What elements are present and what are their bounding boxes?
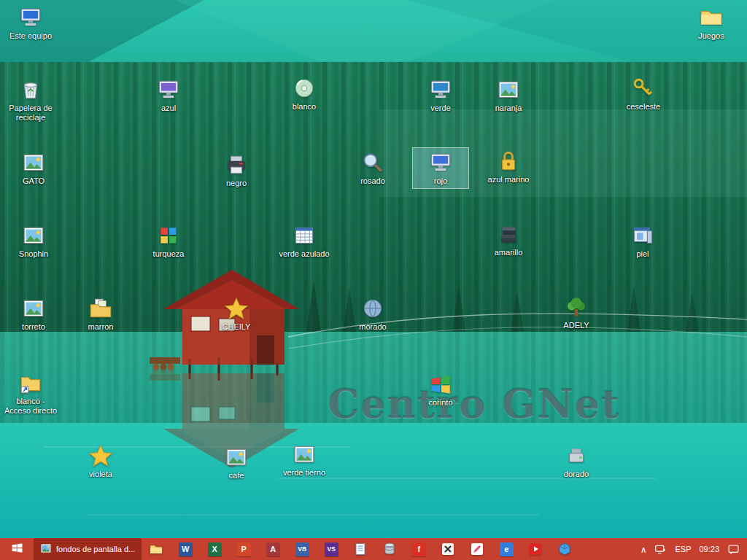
- desktop-icon-piel[interactable]: piel: [615, 221, 670, 261]
- desktop-icon-label: blanco: [276, 102, 332, 112]
- word-icon: W: [179, 542, 193, 556]
- desktop-icon-juegos[interactable]: Juegos: [684, 3, 739, 43]
- visual-studio-taskbar-button[interactable]: VS: [317, 538, 346, 560]
- desktop-icon-label: Snophin: [6, 249, 61, 259]
- picture-icon: [224, 445, 249, 470]
- language-indicator[interactable]: ESP: [675, 545, 691, 553]
- windows-colors-icon: [428, 372, 453, 397]
- show-hidden-icons-button[interactable]: ∧: [640, 545, 647, 554]
- desktop-icon-blanco-acceso-directo[interactable]: blanco - Acceso directo: [3, 368, 58, 418]
- system-tray: ∧ ESP 09:23: [633, 538, 747, 560]
- visual-basic-icon: VB: [295, 542, 309, 556]
- desktop-icon-label: morado: [345, 322, 400, 332]
- desktop: Centro GNet Este equipoJuegosPapelera de…: [0, 0, 747, 560]
- desktop-icon-label: rojo: [413, 176, 468, 186]
- folder-shortcut-icon: [18, 370, 43, 395]
- star-icon: [224, 296, 249, 321]
- desktop-icon-violeta[interactable]: violeta: [73, 441, 128, 481]
- x-tool-taskbar-button[interactable]: [433, 538, 462, 560]
- word-taskbar-button[interactable]: W: [171, 538, 200, 560]
- window-icon: [630, 223, 655, 248]
- file-explorer-taskbar-button[interactable]: [142, 538, 171, 560]
- notification-icon[interactable]: [727, 543, 740, 556]
- picture-icon: [496, 77, 521, 102]
- desktop-icon-label: turqueza: [141, 249, 196, 259]
- desktop-icon-verde[interactable]: verde: [413, 75, 468, 115]
- disc-icon: [292, 76, 317, 101]
- display-tray-icon[interactable]: [654, 543, 667, 556]
- desktop-icon-label: negro: [209, 179, 264, 188]
- active-task-label: fondos de pantalla d...: [56, 545, 135, 553]
- desktop-icon-label: azul marino: [481, 175, 536, 184]
- desktop-icon-azul-marino[interactable]: azul marino: [481, 147, 536, 187]
- sql-database-taskbar-button[interactable]: [375, 538, 404, 560]
- excel-taskbar-button[interactable]: X: [200, 538, 229, 560]
- start-button[interactable]: [0, 538, 34, 560]
- desktop-icon-snophin[interactable]: Snophin: [6, 221, 61, 261]
- desktop-icon-torreto[interactable]: torreto: [6, 294, 61, 334]
- star-icon: [88, 443, 113, 468]
- desktop-icon-rosado[interactable]: rosado: [345, 148, 400, 188]
- access-icon: A: [266, 542, 280, 556]
- desktop-icon-label: cafe: [209, 471, 264, 481]
- windows-logo-icon: [11, 542, 23, 557]
- desktop-icon-label: blanco - Acceso directo: [3, 397, 58, 416]
- active-task-button[interactable]: fondos de pantalla d...: [34, 538, 142, 560]
- desktop-icon-corinto[interactable]: corinto: [413, 370, 468, 410]
- desktop-icon-amarillo[interactable]: amarillo: [481, 219, 536, 260]
- desktop-icon-dorado[interactable]: dorado: [549, 441, 604, 481]
- visual-basic-taskbar-button[interactable]: VB: [287, 538, 317, 560]
- desktop-icon-label: marron: [73, 322, 128, 332]
- clock[interactable]: 09:23: [699, 545, 719, 553]
- desktop-icon-rojo[interactable]: rojo: [413, 148, 468, 188]
- desktop-icon-label: piel: [615, 249, 670, 259]
- tree-icon: [564, 295, 589, 319]
- desktop-icon-morado[interactable]: morado: [345, 294, 400, 334]
- desktop-icon-papelera-de-reciclaje[interactable]: Papelera de reciclaje: [3, 75, 58, 125]
- desktop-icon-label: corinto: [413, 398, 468, 408]
- f-app-icon: f: [412, 542, 426, 556]
- desktop-icon-verde-azulado[interactable]: verde azulado: [276, 221, 332, 261]
- books-icon: [496, 222, 521, 246]
- video-app-taskbar-button[interactable]: [521, 538, 550, 560]
- monitor-icon: [428, 77, 453, 102]
- powerpoint-icon: P: [237, 542, 251, 556]
- f-app-taskbar-button[interactable]: f: [404, 538, 433, 560]
- desktop-icon-adely[interactable]: ADELY: [549, 292, 604, 332]
- desktop-icon-negro[interactable]: negro: [209, 150, 264, 190]
- desktop-icon-ceseleste[interactable]: ceseleste: [616, 74, 671, 114]
- picture-icon: [292, 442, 317, 467]
- pen-tool-taskbar-button[interactable]: [462, 538, 492, 560]
- desktop-icon-marron[interactable]: marron: [73, 294, 128, 334]
- desktop-icon-label: CHEILY: [209, 322, 264, 332]
- desktop-icon-turqueza[interactable]: turqueza: [141, 221, 196, 261]
- desktop-icon-blanco[interactable]: blanco: [276, 74, 332, 114]
- desktop-icon-cafe[interactable]: cafe: [209, 443, 264, 483]
- picture-icon: [21, 150, 46, 175]
- desktop-icon-cheily[interactable]: CHEILY: [209, 294, 264, 334]
- powerpoint-taskbar-button[interactable]: P: [229, 538, 258, 560]
- desktop-icon-naranja[interactable]: naranja: [481, 75, 536, 115]
- monitor-icon: [428, 150, 453, 175]
- desktop-icon-label: Juegos: [684, 31, 739, 41]
- desktop-icon-label: ADELY: [549, 321, 604, 330]
- internet-explorer-taskbar-button[interactable]: e: [492, 538, 521, 560]
- desktop-icon-verde-tierno[interactable]: verde tierno: [276, 440, 332, 480]
- picture-icon: [21, 223, 46, 248]
- play-icon: [528, 542, 543, 556]
- desktop-icon-label: verde azulado: [276, 249, 332, 259]
- notes-app-taskbar-button[interactable]: [346, 538, 375, 560]
- desktop-icon-azul[interactable]: azul: [141, 75, 196, 115]
- desktop-icons-layer: Este equipoJuegosPapelera de reciclajeaz…: [0, 0, 747, 538]
- 3d-builder-taskbar-button[interactable]: [550, 538, 579, 560]
- access-taskbar-button[interactable]: A: [258, 538, 287, 560]
- globe-icon: [360, 296, 385, 321]
- picture-icon: [40, 542, 52, 556]
- monitor-icon: [156, 77, 181, 102]
- picture-icon: [21, 296, 46, 321]
- taskbar: fondos de pantalla d... WXPAVBVSfe ∧ ESP…: [0, 538, 747, 560]
- desktop-icon-gato[interactable]: GATO: [6, 148, 61, 188]
- magnifier-icon: [360, 150, 385, 175]
- desktop-icon-este-equipo[interactable]: Este equipo: [3, 3, 58, 43]
- folder-files-icon: [88, 296, 113, 321]
